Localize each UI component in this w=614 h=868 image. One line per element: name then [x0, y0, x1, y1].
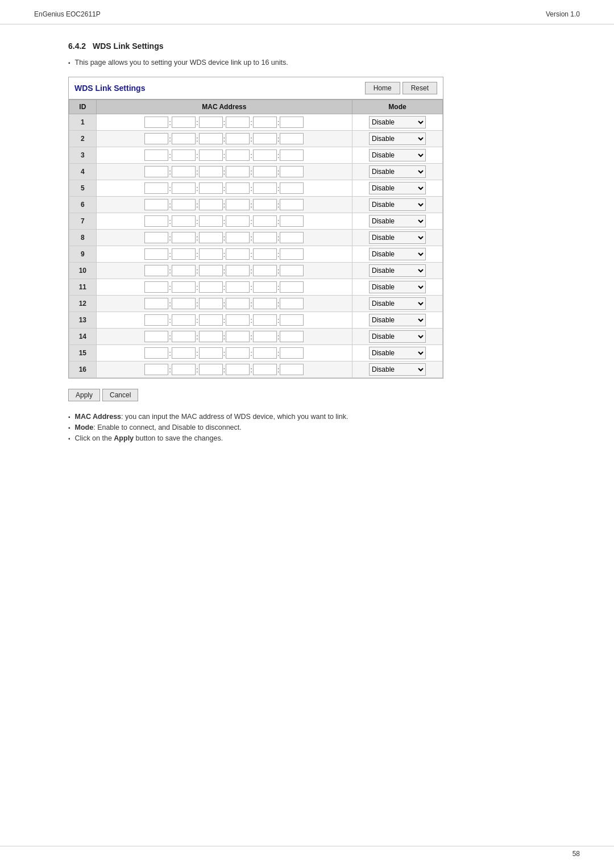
mode-select-9[interactable]: DisableEnable	[369, 248, 426, 260]
mac-part-7-6[interactable]	[280, 215, 304, 227]
mac-part-13-6[interactable]	[280, 314, 304, 326]
mac-part-12-6[interactable]	[280, 298, 304, 309]
mac-part-11-1[interactable]	[144, 281, 168, 293]
mac-part-13-5[interactable]	[253, 314, 277, 326]
mac-part-2-4[interactable]	[226, 133, 250, 144]
mac-part-9-4[interactable]	[226, 248, 250, 260]
mac-part-12-4[interactable]	[226, 298, 250, 309]
mode-select-2[interactable]: DisableEnable	[369, 132, 426, 145]
mac-part-16-6[interactable]	[280, 364, 304, 375]
mac-part-3-1[interactable]	[144, 149, 168, 161]
mac-part-9-3[interactable]	[199, 248, 223, 260]
mac-part-12-2[interactable]	[172, 298, 196, 309]
mac-part-6-5[interactable]	[253, 199, 277, 210]
mac-part-6-6[interactable]	[280, 199, 304, 210]
mac-part-6-1[interactable]	[144, 199, 168, 210]
mac-part-2-5[interactable]	[253, 133, 277, 144]
mac-part-9-1[interactable]	[144, 248, 168, 260]
mac-part-1-5[interactable]	[253, 117, 277, 128]
mac-part-1-1[interactable]	[144, 117, 168, 128]
mac-part-8-2[interactable]	[172, 232, 196, 243]
mac-part-11-3[interactable]	[199, 281, 223, 293]
mode-select-15[interactable]: DisableEnable	[369, 347, 426, 359]
mac-part-9-6[interactable]	[280, 248, 304, 260]
mac-part-2-6[interactable]	[280, 133, 304, 144]
home-button[interactable]: Home	[365, 82, 400, 94]
mac-part-6-3[interactable]	[199, 199, 223, 210]
apply-button[interactable]: Apply	[68, 389, 100, 401]
mac-part-14-4[interactable]	[226, 331, 250, 342]
mac-part-5-6[interactable]	[280, 182, 304, 194]
mac-part-10-2[interactable]	[172, 265, 196, 276]
mac-part-4-2[interactable]	[172, 166, 196, 177]
mac-part-3-5[interactable]	[253, 149, 277, 161]
reset-button[interactable]: Reset	[403, 82, 437, 94]
mac-part-10-6[interactable]	[280, 265, 304, 276]
mac-part-7-2[interactable]	[172, 215, 196, 227]
mode-select-8[interactable]: DisableEnable	[369, 231, 426, 244]
mac-part-8-6[interactable]	[280, 232, 304, 243]
mode-select-16[interactable]: DisableEnable	[369, 363, 426, 376]
mac-part-9-2[interactable]	[172, 248, 196, 260]
mac-part-1-2[interactable]	[172, 117, 196, 128]
mac-part-4-1[interactable]	[144, 166, 168, 177]
mac-part-2-1[interactable]	[144, 133, 168, 144]
mac-part-1-3[interactable]	[199, 117, 223, 128]
mode-select-11[interactable]: DisableEnable	[369, 281, 426, 293]
mac-part-7-4[interactable]	[226, 215, 250, 227]
mac-part-12-5[interactable]	[253, 298, 277, 309]
mac-part-2-3[interactable]	[199, 133, 223, 144]
mac-part-15-5[interactable]	[253, 347, 277, 359]
mac-part-3-2[interactable]	[172, 149, 196, 161]
mac-part-12-1[interactable]	[144, 298, 168, 309]
mode-select-14[interactable]: DisableEnable	[369, 330, 426, 343]
mac-part-4-4[interactable]	[226, 166, 250, 177]
mac-part-7-3[interactable]	[199, 215, 223, 227]
mac-part-14-5[interactable]	[253, 331, 277, 342]
mac-part-11-5[interactable]	[253, 281, 277, 293]
mode-select-5[interactable]: DisableEnable	[369, 182, 426, 194]
mac-part-4-3[interactable]	[199, 166, 223, 177]
mac-part-5-3[interactable]	[199, 182, 223, 194]
mac-part-8-5[interactable]	[253, 232, 277, 243]
mac-part-14-3[interactable]	[199, 331, 223, 342]
mode-select-4[interactable]: DisableEnable	[369, 165, 426, 178]
mac-part-14-1[interactable]	[144, 331, 168, 342]
mac-part-16-4[interactable]	[226, 364, 250, 375]
mac-part-15-2[interactable]	[172, 347, 196, 359]
mode-select-12[interactable]: DisableEnable	[369, 297, 426, 310]
mac-part-6-4[interactable]	[226, 199, 250, 210]
mac-part-16-1[interactable]	[144, 364, 168, 375]
mac-part-13-4[interactable]	[226, 314, 250, 326]
mode-select-1[interactable]: DisableEnable	[369, 116, 426, 128]
mac-part-9-5[interactable]	[253, 248, 277, 260]
mac-part-13-1[interactable]	[144, 314, 168, 326]
mac-part-15-1[interactable]	[144, 347, 168, 359]
mac-part-5-5[interactable]	[253, 182, 277, 194]
mac-part-14-2[interactable]	[172, 331, 196, 342]
mac-part-11-6[interactable]	[280, 281, 304, 293]
mac-part-5-4[interactable]	[226, 182, 250, 194]
mode-select-6[interactable]: DisableEnable	[369, 198, 426, 211]
mac-part-15-3[interactable]	[199, 347, 223, 359]
mac-part-1-6[interactable]	[280, 117, 304, 128]
mac-part-10-4[interactable]	[226, 265, 250, 276]
mac-part-8-1[interactable]	[144, 232, 168, 243]
mac-part-12-3[interactable]	[199, 298, 223, 309]
mac-part-3-3[interactable]	[199, 149, 223, 161]
mac-part-13-2[interactable]	[172, 314, 196, 326]
mac-part-2-2[interactable]	[172, 133, 196, 144]
mac-part-7-1[interactable]	[144, 215, 168, 227]
mode-select-10[interactable]: DisableEnable	[369, 264, 426, 277]
mac-part-6-2[interactable]	[172, 199, 196, 210]
cancel-button[interactable]: Cancel	[102, 389, 138, 401]
mac-part-10-1[interactable]	[144, 265, 168, 276]
mode-select-7[interactable]: DisableEnable	[369, 215, 426, 227]
mac-part-4-5[interactable]	[253, 166, 277, 177]
mac-part-8-4[interactable]	[226, 232, 250, 243]
mac-part-14-6[interactable]	[280, 331, 304, 342]
mac-part-11-2[interactable]	[172, 281, 196, 293]
mode-select-3[interactable]: DisableEnable	[369, 149, 426, 161]
mac-part-15-6[interactable]	[280, 347, 304, 359]
mac-part-8-3[interactable]	[199, 232, 223, 243]
